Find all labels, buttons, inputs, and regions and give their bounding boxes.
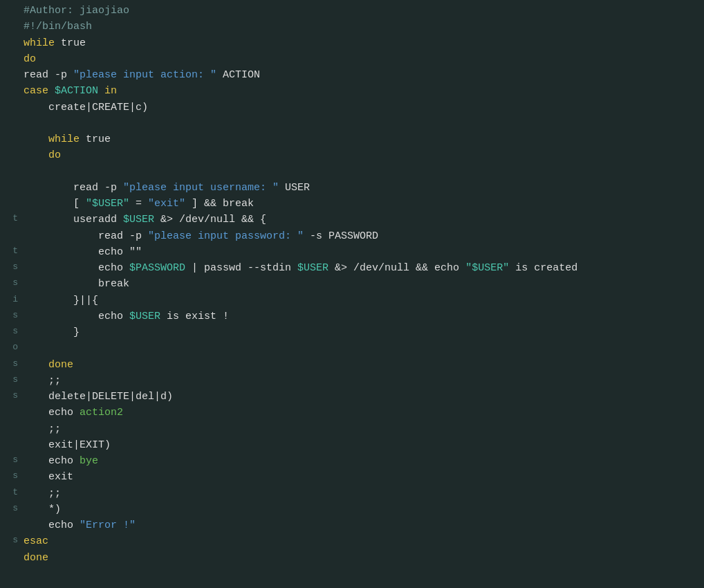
code-line: echo "Error !" bbox=[6, 517, 704, 533]
line-content: delete|DELETE|del|d) bbox=[24, 389, 704, 405]
code-line: s *) bbox=[6, 502, 704, 517]
code-line: s delete|DELETE|del|d) bbox=[6, 389, 704, 405]
line-number: s bbox=[6, 502, 18, 517]
code-line: while true bbox=[6, 35, 704, 51]
line-number: i bbox=[6, 293, 18, 309]
code-line: #!/bin/bash bbox=[6, 19, 704, 35]
code-line: read -p "please input password: " -s PAS… bbox=[6, 228, 704, 244]
line-number bbox=[6, 405, 18, 421]
line-number bbox=[6, 180, 18, 196]
line-number: t bbox=[6, 486, 18, 502]
code-line: exit|EXIT) bbox=[6, 437, 704, 453]
line-number bbox=[6, 100, 18, 116]
line-content: exit|EXIT) bbox=[24, 437, 704, 453]
line-number: s bbox=[6, 453, 18, 469]
line-content: create|CREATE|c) bbox=[24, 100, 704, 116]
line-content: read -p "please input username: " USER bbox=[24, 180, 704, 196]
line-content: done bbox=[24, 357, 704, 373]
code-editor: #Author: jiaojiao#!/bin/bashwhile truedo… bbox=[0, 0, 704, 588]
line-content bbox=[24, 116, 704, 131]
line-number: s bbox=[6, 373, 18, 389]
code-line: case $ACTION in bbox=[6, 83, 704, 99]
line-content: echo "Error !" bbox=[24, 517, 704, 533]
line-content bbox=[24, 164, 704, 180]
code-line: t useradd $USER &> /dev/null && { bbox=[6, 212, 704, 228]
code-line: done bbox=[6, 550, 704, 566]
code-line: do bbox=[6, 51, 704, 67]
code-line: s ;; bbox=[6, 373, 704, 389]
line-content: }||{ bbox=[24, 293, 704, 309]
line-number bbox=[6, 51, 18, 67]
code-line: o bbox=[6, 340, 704, 356]
line-number bbox=[6, 517, 18, 533]
code-line: do bbox=[6, 147, 704, 163]
line-number bbox=[6, 147, 18, 163]
line-content: while true bbox=[24, 131, 704, 147]
line-number bbox=[6, 421, 18, 437]
line-content: done bbox=[24, 550, 704, 566]
code-line: [ "$USER" = "exit" ] && break bbox=[6, 196, 704, 212]
line-number: s bbox=[6, 357, 18, 373]
line-number: s bbox=[6, 469, 18, 485]
line-content: echo bye bbox=[24, 453, 704, 469]
line-number: s bbox=[6, 276, 18, 292]
line-content: } bbox=[24, 324, 704, 340]
line-number bbox=[6, 550, 18, 566]
code-line: sesac bbox=[6, 533, 704, 549]
line-number: o bbox=[6, 340, 18, 356]
code-line: read -p "please input action: " ACTION bbox=[6, 67, 704, 83]
line-number bbox=[6, 164, 18, 180]
line-content: echo $USER is exist ! bbox=[24, 309, 704, 324]
line-content: exit bbox=[24, 469, 704, 485]
code-line: s echo $PASSWORD | passwd --stdin $USER … bbox=[6, 260, 704, 276]
line-content: useradd $USER &> /dev/null && { bbox=[24, 212, 704, 228]
line-content: case $ACTION in bbox=[24, 83, 704, 99]
line-number bbox=[6, 196, 18, 212]
line-number bbox=[6, 67, 18, 83]
line-content: ;; bbox=[24, 421, 704, 437]
line-number: s bbox=[6, 533, 18, 549]
line-content: while true bbox=[24, 35, 704, 51]
line-number bbox=[6, 131, 18, 147]
code-line: ;; bbox=[6, 421, 704, 437]
line-content: break bbox=[24, 276, 704, 292]
code-line: t echo "" bbox=[6, 244, 704, 260]
line-content: #!/bin/bash bbox=[24, 19, 704, 35]
line-content: echo $PASSWORD | passwd --stdin $USER &>… bbox=[24, 260, 704, 276]
code-line: t ;; bbox=[6, 486, 704, 502]
line-number bbox=[6, 3, 18, 19]
line-content: #Author: jiaojiao bbox=[24, 3, 704, 19]
line-content: read -p "please input password: " -s PAS… bbox=[24, 228, 704, 244]
code-line: i }||{ bbox=[6, 293, 704, 309]
code-line: s exit bbox=[6, 469, 704, 485]
line-content: [ "$USER" = "exit" ] && break bbox=[24, 196, 704, 212]
code-line: s break bbox=[6, 276, 704, 292]
line-content: ;; bbox=[24, 486, 704, 502]
line-number bbox=[6, 83, 18, 99]
line-number bbox=[6, 437, 18, 453]
line-number bbox=[6, 19, 18, 35]
code-line bbox=[6, 116, 704, 131]
line-number: t bbox=[6, 244, 18, 260]
line-number: s bbox=[6, 309, 18, 324]
code-line: s done bbox=[6, 357, 704, 373]
line-number: t bbox=[6, 212, 18, 228]
line-content: echo "" bbox=[24, 244, 704, 260]
line-content bbox=[24, 340, 704, 356]
code-line: s echo bye bbox=[6, 453, 704, 469]
line-content: do bbox=[24, 147, 704, 163]
code-line: #Author: jiaojiao bbox=[6, 3, 704, 19]
line-content: echo action2 bbox=[24, 405, 704, 421]
line-content: esac bbox=[24, 533, 704, 549]
line-content: read -p "please input action: " ACTION bbox=[24, 67, 704, 83]
line-content: do bbox=[24, 51, 704, 67]
code-line: s echo $USER is exist ! bbox=[6, 309, 704, 324]
code-line: s } bbox=[6, 324, 704, 340]
code-line bbox=[6, 164, 704, 180]
code-line: create|CREATE|c) bbox=[6, 100, 704, 116]
line-number bbox=[6, 228, 18, 244]
line-content: *) bbox=[24, 502, 704, 517]
code-line: echo action2 bbox=[6, 405, 704, 421]
code-line: while true bbox=[6, 131, 704, 147]
line-number bbox=[6, 35, 18, 51]
